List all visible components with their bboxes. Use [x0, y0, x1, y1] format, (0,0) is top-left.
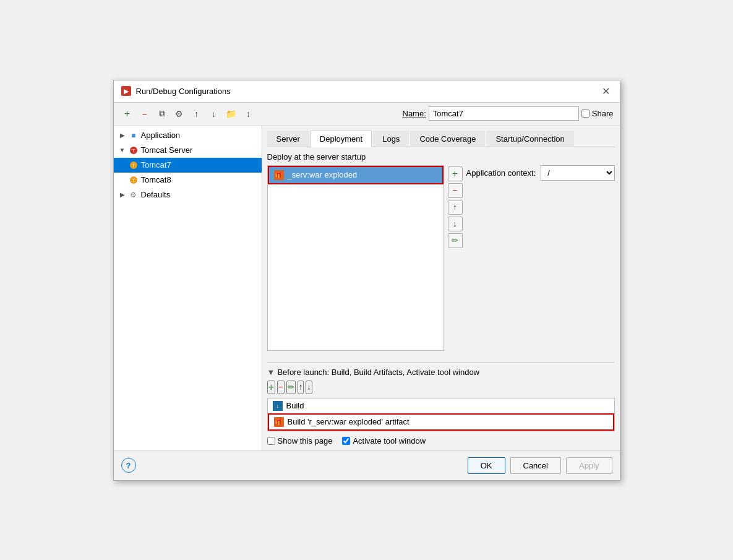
apply-button[interactable]: Apply — [566, 457, 612, 474]
before-launch-title: Before launch: Build, Build Artifacts, A… — [277, 368, 479, 377]
activate-tool-window-label: Activate tool window — [342, 436, 426, 446]
defaults-icon: ⚙ — [129, 190, 139, 200]
app-context-panel: Application context: / — [466, 165, 615, 355]
svg-text:T: T — [132, 149, 135, 153]
dialog-title: Run/Debug Configurations — [136, 87, 231, 96]
tomcat-server-icon: T — [129, 145, 139, 155]
move-up-config-button[interactable]: ↑ — [189, 106, 204, 121]
deploy-side-buttons: + − ↑ ↓ ✏ — [448, 165, 463, 355]
tomcat7-icon: T — [129, 160, 139, 170]
before-launch-expand-icon: ▼ — [267, 368, 275, 377]
deploy-edit-button[interactable]: ✏ — [448, 233, 463, 248]
tab-deployment[interactable]: Deployment — [311, 131, 372, 147]
sidebar: ▶ ■ Application ▼ T Tomcat Server — [114, 126, 262, 450]
deploy-down-button[interactable]: ↓ — [448, 217, 463, 231]
app-context-label: Application context: — [466, 168, 536, 178]
settings-config-button[interactable]: ⚙ — [172, 106, 187, 121]
tab-code-coverage[interactable]: Code Coverage — [410, 131, 485, 147]
dialog-icon: ▶ — [121, 86, 131, 96]
main-content: ▶ ■ Application ▼ T Tomcat Server — [114, 126, 620, 450]
before-launch-remove-button[interactable]: − — [277, 381, 285, 394]
before-launch-add-button[interactable]: + — [267, 381, 275, 394]
copy-config-button[interactable]: ⧉ — [155, 106, 169, 121]
remove-config-button[interactable]: − — [137, 106, 152, 121]
deploy-section-label: Deploy at the server startup — [267, 152, 615, 162]
name-input[interactable] — [429, 106, 579, 121]
svg-text:T: T — [132, 178, 135, 183]
move-down-config-button[interactable]: ↓ — [207, 106, 221, 121]
deploy-item-label-0: _serv:war exploded — [288, 170, 358, 179]
expand-arrow-defaults: ▶ — [119, 191, 126, 198]
tabs-container: Server Deployment Logs Code Coverage Sta… — [267, 131, 615, 147]
share-label: Share — [592, 109, 614, 118]
before-launch-up-button[interactable]: ↑ — [298, 381, 304, 394]
before-launch-item-build: ↓ Build — [268, 398, 614, 413]
show-this-page-checkbox[interactable] — [267, 437, 275, 445]
toolbar: + − ⧉ ⚙ ↑ ↓ 📁 ↕ Name: Share — [114, 103, 620, 126]
show-this-page-text: Show this page — [278, 436, 333, 446]
deploy-list-buttons — [267, 353, 444, 355]
right-panel: Server Deployment Logs Code Coverage Sta… — [262, 126, 620, 450]
svg-text:T: T — [132, 163, 135, 168]
footer: ? OK Cancel Apply — [114, 450, 620, 480]
activate-tool-window-text: Activate tool window — [353, 436, 426, 446]
activate-tool-window-checkbox[interactable] — [342, 437, 350, 445]
before-launch-section: ▼ Before launch: Build, Build Artifacts,… — [267, 362, 615, 446]
title-bar-left: ▶ Run/Debug Configurations — [121, 86, 231, 96]
gift-icon-0: 🎁 — [274, 170, 284, 180]
sidebar-item-defaults[interactable]: ▶ ⚙ Defaults — [114, 187, 262, 202]
folder-config-button[interactable]: 📁 — [224, 106, 239, 121]
footer-left: ? — [121, 458, 136, 473]
sidebar-item-tomcat8[interactable]: T Tomcat8 — [114, 173, 262, 187]
sidebar-item-label-tomcat7: Tomcat7 — [141, 160, 171, 170]
application-icon: ■ — [129, 131, 139, 140]
build-icon: ↓ — [273, 401, 283, 411]
deploy-add-button[interactable]: + — [448, 166, 463, 181]
show-this-row: Show this page Activate tool window — [267, 436, 615, 446]
before-launch-label-build-artifact: Build 'r_serv:war exploded' artifact — [288, 417, 409, 426]
gift-icon-before-launch: 🎁 — [274, 417, 284, 427]
before-launch-header: ▼ Before launch: Build, Build Artifacts,… — [267, 368, 615, 377]
share-checkbox-container: Share — [581, 109, 614, 118]
sidebar-item-label-application: Application — [141, 131, 181, 140]
deploy-up-button[interactable]: ↑ — [448, 200, 463, 215]
tab-server[interactable]: Server — [267, 131, 309, 147]
sidebar-item-tomcat7[interactable]: T Tomcat7 — [114, 158, 262, 173]
show-this-page-label: Show this page — [267, 436, 333, 446]
deploy-area: 🎁 _serv:war exploded + − ↑ ↓ ✏ — [267, 165, 615, 355]
name-label: Name: — [403, 109, 426, 118]
expand-arrow-application: ▶ — [119, 132, 126, 139]
app-context-row: Application context: / — [466, 165, 615, 181]
sort-config-button[interactable]: ↕ — [241, 106, 256, 121]
share-checkbox[interactable] — [581, 110, 589, 118]
ok-button[interactable]: OK — [468, 457, 505, 474]
run-debug-dialog: ▶ Run/Debug Configurations ✕ + − ⧉ ⚙ ↑ ↓… — [113, 80, 620, 481]
tab-startup-connection[interactable]: Startup/Connection — [486, 131, 573, 147]
tab-logs[interactable]: Logs — [373, 131, 409, 147]
tomcat8-icon: T — [129, 175, 139, 185]
before-launch-label-build: Build — [286, 401, 304, 410]
add-config-button[interactable]: + — [120, 106, 135, 121]
sidebar-item-tomcat-server[interactable]: ▼ T Tomcat Server — [114, 143, 262, 158]
help-button[interactable]: ? — [121, 458, 136, 473]
app-context-select[interactable]: / — [541, 165, 614, 181]
sidebar-item-label-tomcat-server: Tomcat Server — [141, 145, 193, 155]
close-button[interactable]: ✕ — [599, 85, 612, 97]
sidebar-item-label-tomcat8: Tomcat8 — [141, 175, 171, 184]
sidebar-item-application[interactable]: ▶ ■ Application — [114, 128, 262, 143]
expand-arrow-tomcat-server: ▼ — [119, 147, 126, 153]
deploy-remove-button[interactable]: − — [448, 183, 463, 198]
deployment-tab-content: Deploy at the server startup 🎁 _serv:war… — [267, 152, 615, 446]
cancel-button[interactable]: Cancel — [510, 457, 561, 474]
title-bar: ▶ Run/Debug Configurations ✕ — [114, 80, 620, 103]
before-launch-item-build-artifact: 🎁 Build 'r_serv:war exploded' artifact — [268, 413, 614, 431]
before-launch-toolbar: + − ✏ ↑ ↓ — [267, 381, 615, 394]
before-launch-edit-button[interactable]: ✏ — [286, 381, 296, 394]
deploy-list: 🎁 _serv:war exploded — [267, 165, 444, 351]
deploy-list-item-0[interactable]: 🎁 _serv:war exploded — [268, 166, 444, 184]
sidebar-item-label-defaults: Defaults — [141, 190, 171, 199]
footer-right: OK Cancel Apply — [468, 457, 612, 474]
before-launch-list: ↓ Build 🎁 Build 'r_serv:war exploded' ar… — [267, 398, 615, 431]
before-launch-down-button[interactable]: ↓ — [306, 381, 312, 394]
